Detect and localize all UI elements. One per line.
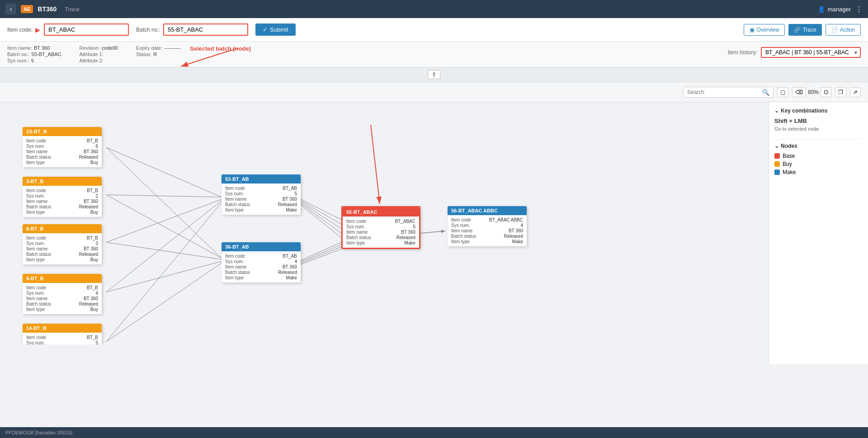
expiry-label: Expiry date: [136, 45, 162, 51]
key-combinations-section: ⌄ Key combinations Shift + LMB Go to sel… [774, 108, 863, 132]
node-53-bt-ab-header: 53-BT_AB [222, 174, 301, 184]
node-14-bt-b-body: Item codeBT_B Sys num.5 Item nameBT 360 … [23, 333, 102, 344]
back-button[interactable]: ‹ [5, 4, 16, 14]
collapse-button[interactable]: ⇧ [428, 70, 440, 79]
fullscreen-icon[interactable]: ❐ [835, 87, 846, 97]
svg-line-19 [301, 249, 341, 264]
node-3-bt-b[interactable]: 3-BT_B Item codeBT_B Sys num.2 Item name… [23, 177, 102, 217]
zoom-level: 80% [808, 89, 819, 95]
graph-canvas[interactable]: 1S-BT_B Item codeBT_B Sys num.6 Item nam… [0, 102, 769, 344]
legend-make: Make [774, 169, 863, 175]
batch-no-input[interactable] [163, 24, 248, 36]
info-bar: Item name: BT 360 Batch no.: 55-BT_ABAC … [0, 42, 868, 67]
batch-no-label: Batch no.: [136, 27, 160, 33]
main-toolbar: Item code: ▶ Batch no.: ✓ Submit ▣ Overv… [0, 18, 868, 42]
info-col-3: Expiry date: ---------- Status: R [136, 45, 181, 57]
svg-line-2 [106, 147, 222, 258]
search-input[interactable] [687, 89, 760, 95]
action-icon: 📄 [831, 27, 838, 33]
user-icon: 👤 [818, 6, 825, 13]
node-36-bt-ab-header: 36-BT_AB [222, 242, 301, 251]
node-14-bt-b[interactable]: 14-BT_B Item codeBT_B Sys num.5 Item nam… [23, 324, 102, 344]
fit-icon[interactable]: ▢ [777, 87, 788, 97]
item-code-icon: ▶ [35, 26, 40, 33]
item-history-section: Item history: BT_ABAC | BT 360 | 55-BT_A… [728, 47, 861, 58]
item-history-label: Item history: [728, 49, 757, 56]
overview-label: Overview [756, 27, 779, 33]
key-combo-desc: Go to selected node [774, 126, 863, 132]
node-36-bt-ab[interactable]: 36-BT_AB Item codeBT_AB Sys num.4 Item n… [222, 242, 301, 283]
grid-icon[interactable]: ⋮ [855, 5, 863, 14]
node-53-bt-ab-body: Item codeBT_AB Sys num.5 Item nameBT 360… [222, 184, 301, 215]
legend-base: Base [774, 153, 863, 159]
app-name: BT360 [38, 5, 57, 13]
annotation-text: Selected batch (node) [190, 45, 251, 52]
node-53-bt-ab[interactable]: 53-BT_AB Item codeBT_AB Sys num.5 Item n… [222, 174, 301, 215]
node-8-bt-b[interactable]: 8-BT_B Item codeBT_B Sys num.3 Item name… [23, 224, 102, 264]
nodes-header[interactable]: ⌄ Nodes [774, 143, 863, 149]
submit-button[interactable]: ✓ Submit [255, 24, 295, 36]
node-1s-bt-b-body: Item codeBT_B Sys num.6 Item nameBT 360 … [23, 136, 102, 167]
node-1s-bt-b[interactable]: 1S-BT_B Item codeBT_B Sys num.6 Item nam… [23, 127, 102, 167]
module-name: Trace [65, 6, 80, 13]
svg-line-11 [301, 199, 341, 220]
item-history-select[interactable]: BT_ABAC | BT 360 | 55-BT_ABAC [761, 47, 861, 58]
key-combinations-label: Key combinations [781, 108, 827, 114]
username: manager [828, 6, 851, 13]
zoom-controls: ⌫ 80% ⌬ [792, 87, 831, 97]
legend-base-label: Base [783, 153, 795, 159]
overview-button[interactable]: ▣ Overview [744, 24, 785, 36]
svg-line-12 [301, 201, 341, 224]
node-8-bt-b-header: 8-BT_B [23, 224, 102, 233]
history-select-wrapper: BT_ABAC | BT 360 | 55-BT_ABAC ▼ [761, 47, 861, 58]
node-56-bt-abac-abbc[interactable]: 56-BT_ABAC ABBC Item codeBT_ABAC ABBC Sy… [448, 206, 527, 246]
sys-num-label: Sys num.: [7, 58, 29, 63]
info-batch-label: Batch no.: [7, 52, 30, 57]
key-combo-text: Shift + LMB [774, 118, 863, 124]
node-9-bt-b-body: Item codeBT_B Sys num.4 Item nameBT 360 … [23, 283, 102, 314]
key-combinations-header[interactable]: ⌄ Key combinations [774, 108, 863, 114]
info-batch-value: 55-BT_ABAC [32, 52, 61, 57]
status-bar: PFDEMOGB [hanadev:30015] [0, 427, 868, 438]
collapse-row: ⇧ [0, 67, 868, 82]
item-code-input[interactable] [44, 24, 129, 36]
svg-line-1 [106, 147, 222, 197]
node-9-bt-b[interactable]: 9-BT_B Item codeBT_B Sys num.4 Item name… [23, 274, 102, 314]
action-button[interactable]: 📄 Action [826, 24, 861, 36]
zoom-in-button[interactable]: ⌬ [821, 87, 831, 97]
svg-line-5 [106, 199, 222, 242]
submit-label: Submit [270, 26, 288, 33]
expand-icon[interactable]: ⇗ [850, 87, 861, 97]
node-56-bt-abac-abbc-body: Item codeBT_ABAC ABBC Sys num.4 Item nam… [448, 215, 527, 246]
node-14-bt-b-header: 14-BT_B [23, 324, 102, 333]
action-label: Action [840, 27, 855, 33]
node-36-bt-ab-body: Item codeBT_AB Sys num.4 Item nameBT 360… [222, 251, 301, 283]
info-col-2: Revision: code00 Attribute 1: Attribute … [80, 45, 118, 63]
nodes-label: Nodes [781, 143, 797, 149]
zoom-out-button[interactable]: ⌫ [792, 87, 806, 97]
node-1s-bt-b-header: 1S-BT_B [23, 127, 102, 136]
attribute2-label: Attribute 2: [80, 58, 104, 63]
item-code-label: Item code: [7, 27, 33, 33]
trace-button[interactable]: 🔗 Trace [788, 24, 821, 36]
right-panel: ⌄ Key combinations Shift + LMB Go to sel… [769, 102, 868, 364]
legend-base-box [774, 153, 780, 159]
node-56-bt-abac-abbc-header: 56-BT_ABAC ABBC [448, 206, 527, 215]
user-info: 👤 manager [818, 6, 851, 13]
node-8-bt-b-body: Item codeBT_B Sys num.3 Item nameBT 360 … [23, 233, 102, 264]
revision-label: Revision: [80, 45, 100, 51]
search-icon[interactable]: 🔍 [762, 89, 769, 96]
submit-icon: ✓ [263, 26, 268, 33]
svg-line-18 [301, 247, 341, 263]
svg-line-4 [106, 195, 222, 258]
node-55-bt-abac-header: 55-BT_ABAC [343, 207, 419, 217]
status-text: PFDEMOGB [hanadev:30015] [5, 430, 72, 435]
node-9-bt-b-header: 9-BT_B [23, 274, 102, 283]
node-55-bt-abac[interactable]: 55-BT_ABAC Item codeBT_ABAC Sys num.5 It… [341, 206, 420, 249]
top-nav: ‹ AE BT360 Trace 👤 manager ⋮ [0, 0, 868, 18]
svg-line-9 [106, 203, 222, 342]
info-col-1: Item name: BT 360 Batch no.: 55-BT_ABAC … [7, 45, 61, 63]
app-logo: AE [21, 5, 33, 13]
legend-make-box [774, 170, 780, 175]
svg-line-7 [106, 201, 222, 292]
